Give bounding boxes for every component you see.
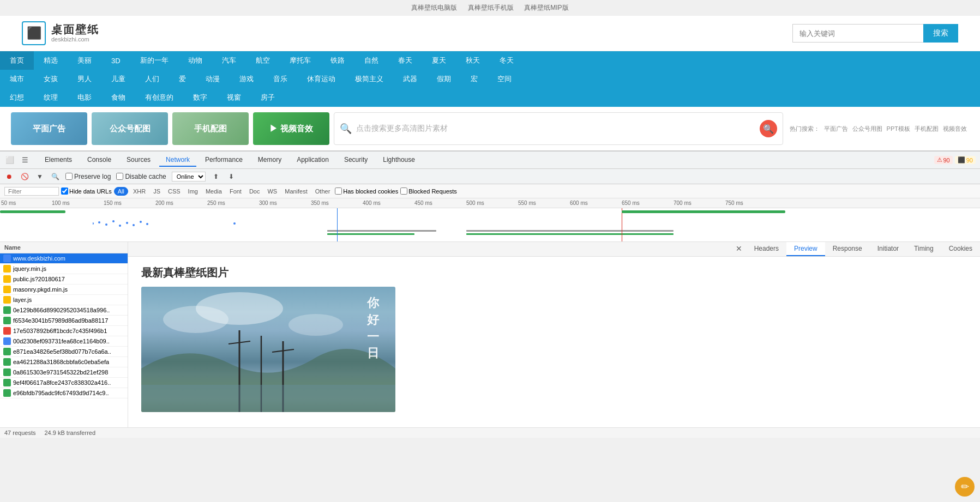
record-button[interactable]: ⏺: [4, 172, 14, 182]
hot-tag-3[interactable]: PPT模板: [887, 125, 910, 133]
panel-tab-headers[interactable]: Headers: [747, 242, 786, 256]
tab-security[interactable]: Security: [338, 154, 374, 167]
file-item-jquery[interactable]: jquery.min.js: [0, 264, 128, 274]
panel-tab-initiator[interactable]: Initiator: [870, 242, 906, 256]
tab-console[interactable]: Console: [81, 154, 118, 167]
nav-item-windows[interactable]: 视窗: [217, 88, 251, 107]
nav-item-house[interactable]: 房子: [251, 88, 285, 107]
has-blocked-cookies-checkbox[interactable]: [335, 188, 342, 195]
file-item-public[interactable]: public.js?20180617: [0, 274, 128, 285]
banner-card-video[interactable]: ▶ 视频音效: [253, 112, 329, 145]
file-item-masonry[interactable]: masonry.pkgd.min.js: [0, 285, 128, 295]
nav-item-fantasy[interactable]: 幻想: [0, 88, 34, 107]
nav-item-2[interactable]: 精选: [34, 51, 68, 70]
disable-cache-label[interactable]: Disable cache: [116, 173, 166, 180]
export-icon[interactable]: ⬇: [226, 172, 236, 182]
nav-item-sport[interactable]: 休育运动: [297, 70, 345, 88]
hide-data-urls-checkbox[interactable]: [61, 188, 68, 195]
dock-toggle-icon[interactable]: ☰: [20, 155, 31, 166]
file-item-img2[interactable]: f6534e3041b57989d86ad9ba88117: [0, 316, 128, 326]
nav-item-weapon[interactable]: 武器: [393, 70, 427, 88]
nav-item-man[interactable]: 男人: [68, 70, 101, 88]
nav-item-6[interactable]: 动物: [178, 51, 212, 70]
nav-item-girl[interactable]: 女孩: [34, 70, 68, 88]
filter-type-img[interactable]: Img: [185, 188, 201, 195]
filter-type-css[interactable]: CSS: [165, 188, 183, 195]
tab-network[interactable]: Network: [159, 154, 196, 167]
tab-memory[interactable]: Memory: [251, 154, 288, 167]
search-input[interactable]: [792, 24, 923, 43]
import-icon[interactable]: ⬆: [211, 172, 221, 182]
filter-type-doc[interactable]: Doc: [246, 188, 263, 195]
nav-item-8[interactable]: 航空: [246, 51, 280, 70]
banner-search-button[interactable]: 🔍: [760, 120, 777, 137]
nav-item-5[interactable]: 新的一年: [130, 51, 178, 70]
search-network-icon[interactable]: 🔍: [50, 172, 60, 182]
nav-item-movie[interactable]: 电影: [68, 88, 101, 107]
filter-type-other[interactable]: Other: [312, 188, 333, 195]
nav-item-digital[interactable]: 数字: [183, 88, 217, 107]
blocked-requests-checkbox[interactable]: [400, 188, 407, 195]
nav-item-texture[interactable]: 纹理: [34, 88, 68, 107]
file-item-img8[interactable]: 9ef4f06617a8fce2437c838302a416..: [0, 378, 128, 388]
filter-type-xhr[interactable]: XHR: [130, 188, 148, 195]
nav-item-anime[interactable]: 动漫: [196, 70, 230, 88]
nav-item-14[interactable]: 秋天: [456, 51, 490, 70]
filter-type-all[interactable]: All: [114, 187, 128, 196]
hot-tag-5[interactable]: 视频音效: [943, 125, 967, 133]
panel-close-button[interactable]: ✕: [731, 242, 747, 256]
nav-item-space[interactable]: 空间: [488, 70, 521, 88]
blocked-requests-label[interactable]: Blocked Requests: [400, 188, 457, 195]
tab-lighthouse[interactable]: Lighthouse: [376, 154, 422, 167]
nav-item-3[interactable]: 美丽: [68, 51, 101, 70]
nav-item-food[interactable]: 食物: [101, 88, 135, 107]
banner-card-mobile[interactable]: 手机配图: [172, 112, 249, 145]
nav-item-home[interactable]: 首页: [0, 51, 34, 70]
banner-card-wechat[interactable]: 公众号配图: [92, 112, 168, 145]
nav-item-creative[interactable]: 有创意的: [135, 88, 183, 107]
clear-button[interactable]: 🚫: [20, 172, 29, 182]
nav-item-11[interactable]: 自然: [354, 51, 388, 70]
filter-type-font[interactable]: Font: [227, 188, 244, 195]
nav-item-7[interactable]: 汽车: [212, 51, 246, 70]
panel-tab-response[interactable]: Response: [825, 242, 870, 256]
file-item-img4[interactable]: 00d2308ef093731fea68ce1164b09..: [0, 336, 128, 347]
filter-type-media[interactable]: Media: [203, 188, 225, 195]
file-item-img1[interactable]: 0e129b866d89902952034518a996..: [0, 305, 128, 316]
throttle-select[interactable]: Online: [172, 172, 206, 182]
search-button[interactable]: 搜索: [923, 24, 958, 43]
nav-item-minimal[interactable]: 极简主义: [345, 70, 393, 88]
panel-tab-timing[interactable]: Timing: [906, 242, 941, 256]
nav-item-love[interactable]: 爱: [169, 70, 196, 88]
file-item-img5[interactable]: e871ea34826e5ef38bd077b7c6a6a..: [0, 347, 128, 357]
hot-tag-4[interactable]: 手机配图: [915, 125, 939, 133]
nav-item-child[interactable]: 儿童: [101, 70, 135, 88]
hot-tag-2[interactable]: 公众号用图: [852, 125, 882, 133]
device-toggle-icon[interactable]: ⬜: [4, 155, 15, 166]
nav-item-12[interactable]: 春天: [388, 51, 422, 70]
nav-item-holiday[interactable]: 假期: [427, 70, 461, 88]
filter-type-js[interactable]: JS: [151, 188, 163, 195]
preserve-log-label[interactable]: Preserve log: [65, 173, 111, 180]
panel-tab-cookies[interactable]: Cookies: [941, 242, 980, 256]
disable-cache-checkbox[interactable]: [116, 173, 123, 180]
banner-card-flat[interactable]: 平面广告: [11, 112, 87, 145]
preserve-log-checkbox[interactable]: [65, 173, 73, 180]
filter-icon[interactable]: ▼: [35, 172, 45, 182]
nav-item-9[interactable]: 摩托车: [280, 51, 321, 70]
nav-item-15[interactable]: 冬天: [490, 51, 524, 70]
nav-item-city[interactable]: 城市: [0, 70, 34, 88]
filter-type-manifest[interactable]: Manifest: [282, 188, 310, 195]
file-item-img9[interactable]: e96bfdb795adc9fc67493d9d714c9..: [0, 388, 128, 398]
hide-data-urls-label[interactable]: Hide data URLs: [61, 188, 112, 195]
has-blocked-cookies-label[interactable]: Has blocked cookies: [335, 188, 398, 195]
file-item-img6[interactable]: ea4621288a31868cbbfa6c0eba5efa: [0, 357, 128, 367]
banner-search-text[interactable]: 点击搜索更多高清图片素材: [356, 124, 755, 134]
tab-application[interactable]: Application: [290, 154, 335, 167]
tab-elements[interactable]: Elements: [38, 154, 79, 167]
hot-tag-1[interactable]: 平面广告: [824, 125, 848, 133]
nav-item-people[interactable]: 人们: [135, 70, 169, 88]
top-link-desktop[interactable]: 真棒壁纸电脑版: [411, 4, 457, 11]
nav-item-macro[interactable]: 宏: [461, 70, 488, 88]
file-item-layer[interactable]: layer.js: [0, 295, 128, 305]
